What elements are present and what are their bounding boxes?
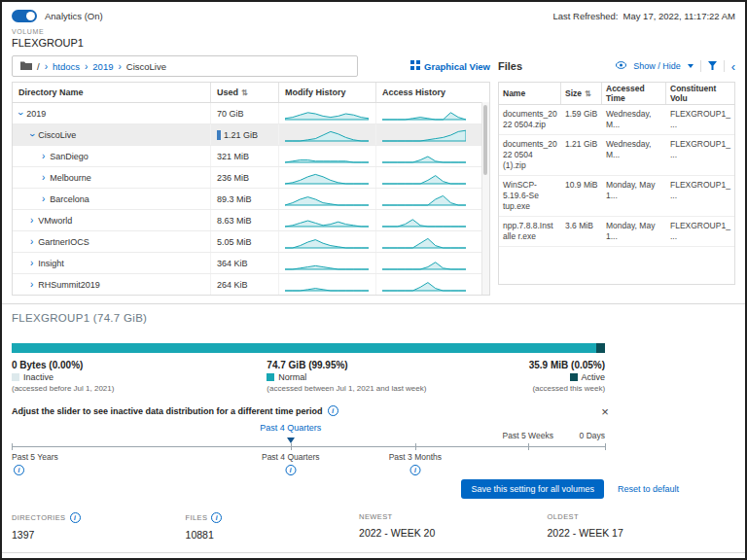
- slider-actions: Save this setting for all volumes Reset …: [12, 479, 735, 499]
- file-constituent-volume: FLEXGROUP1_...: [666, 135, 734, 175]
- graphical-view-label: Graphical View: [424, 61, 490, 72]
- directory-row[interactable]: › SanDiego 321 MiB: [13, 146, 489, 167]
- slider-tick-label: 0 Days: [580, 431, 605, 440]
- access-history-sparkline: [376, 274, 489, 295]
- directory-row[interactable]: › CiscoLive 1.21 GiB: [13, 124, 489, 146]
- page-title: FLEXGROUP1: [12, 37, 735, 49]
- inactive-value: 0 Bytes (0.00%): [12, 360, 114, 370]
- col-constituent-volume: Constituent Volu: [666, 83, 734, 104]
- files-title: Files: [498, 60, 522, 72]
- modify-history-sparkline: [279, 167, 376, 188]
- col-access-history: Access History: [376, 83, 489, 102]
- file-size: 3.6 MiB: [561, 217, 602, 246]
- file-accessed-time: Wednesday, M...: [602, 135, 666, 175]
- info-icon[interactable]: i: [14, 465, 24, 475]
- expand-chevron-icon[interactable]: ›: [42, 194, 45, 204]
- col-used-sort[interactable]: Used⇅: [211, 83, 279, 102]
- show-hide-button[interactable]: Show / Hide: [633, 61, 681, 71]
- directory-row[interactable]: › Insight 364 KiB: [13, 253, 489, 274]
- expand-chevron-icon[interactable]: ›: [30, 280, 33, 290]
- filter-icon[interactable]: [708, 61, 717, 72]
- file-row[interactable]: documents_2022 0504.zip 1.59 GiB Wednesd…: [499, 105, 734, 135]
- sort-icon: ⇅: [241, 88, 248, 97]
- activity-bar: [12, 343, 605, 353]
- slider-tick: [605, 443, 606, 450]
- expand-chevron-icon[interactable]: ›: [30, 216, 33, 226]
- expand-chevron-icon[interactable]: ›: [30, 237, 33, 247]
- active-value: 35.9 MiB (0.05%): [529, 360, 605, 370]
- save-settings-button[interactable]: Save this setting for all volumes: [461, 479, 604, 499]
- grid-view-icon: [410, 60, 420, 72]
- vertical-scrollbar[interactable]: [481, 102, 489, 295]
- stat-normal: 74.7 GiB (99.95%) Normal (accessed betwe…: [267, 360, 426, 393]
- info-icon[interactable]: i: [409, 465, 420, 475]
- info-icon[interactable]: i: [285, 465, 296, 475]
- directory-row[interactable]: › 2019 70 GiB: [13, 103, 489, 124]
- file-size: 1.21 GiB: [561, 135, 602, 175]
- bar-segment-active: [596, 343, 605, 353]
- scrollbar-thumb[interactable]: [483, 105, 487, 175]
- access-history-sparkline: [376, 210, 489, 230]
- info-icon[interactable]: i: [328, 405, 338, 416]
- breadcrumb-current: CiscoLive: [126, 61, 166, 72]
- normal-note: (accessed between Jul 1, 2021 and last w…: [267, 384, 426, 393]
- modify-history-sparkline: [279, 210, 376, 230]
- breadcrumb-link-2019[interactable]: 2019: [92, 61, 113, 72]
- normal-label: Normal: [278, 372, 306, 382]
- used-value: 236 MiB: [217, 173, 249, 183]
- files-table-body: documents_2022 0504.zip 1.59 GiB Wednesd…: [499, 105, 734, 247]
- directory-name: CiscoLive: [38, 130, 76, 140]
- directory-table-header: Directory Name Used⇅ Modify History Acce…: [13, 83, 489, 103]
- top-bar: Analytics (On) Last Refreshed: May 17, 2…: [12, 10, 735, 22]
- directory-row[interactable]: › Barcelona 89.3 MiB: [13, 189, 489, 210]
- modify-history-sparkline: [279, 274, 376, 295]
- col-file-name: Name: [499, 83, 561, 104]
- graphical-view-button[interactable]: Graphical View: [410, 60, 490, 72]
- info-icon[interactable]: i: [70, 512, 81, 523]
- last-refreshed-label: Last Refreshed:: [552, 11, 618, 21]
- directory-row[interactable]: › Melbourne 236 MiB: [13, 167, 489, 189]
- directory-row[interactable]: › GartnerIOCS 5.05 MiB: [13, 231, 489, 253]
- breadcrumb-root[interactable]: /: [37, 61, 40, 72]
- reset-to-default-link[interactable]: Reset to default: [618, 484, 679, 494]
- slider-tick-label: Past 5 Weeks: [503, 431, 553, 440]
- directory-name: Barcelona: [50, 194, 89, 204]
- file-row[interactable]: documents_2022 0504 (1).zip 1.21 GiB Wed…: [499, 135, 734, 176]
- expand-chevron-icon[interactable]: ›: [42, 173, 45, 183]
- file-row[interactable]: npp.7.8.8.Installe r.exe 3.6 MiB Monday,…: [499, 217, 734, 247]
- directory-table: Directory Name Used⇅ Modify History Acce…: [12, 82, 490, 296]
- access-history-sparkline: [376, 167, 489, 188]
- col-file-size-sort[interactable]: Size⇅: [561, 83, 602, 104]
- inactive-swatch: [12, 373, 19, 381]
- access-history-sparkline: [376, 253, 489, 273]
- directory-row[interactable]: › VMworld 8.63 MiB: [13, 210, 489, 231]
- activity-stats: 0 Bytes (0.00%) Inactive (accessed befor…: [12, 360, 605, 397]
- files-panel: Files Show / Hide ‹ Name: [498, 54, 735, 296]
- modify-history-sparkline: [279, 189, 376, 209]
- expand-chevron-icon[interactable]: ›: [27, 133, 37, 136]
- expand-chevron-icon[interactable]: ›: [30, 259, 33, 268]
- divider: [700, 60, 701, 72]
- bar-segment-normal: [12, 343, 596, 353]
- inactive-note: (accessed before Jul 1, 2021): [12, 384, 114, 393]
- modify-history-sparkline: [279, 253, 376, 273]
- summary-directories: DIRECTORIESi 1397: [12, 512, 186, 541]
- used-value: 89.3 MiB: [217, 194, 252, 204]
- col-accessed-time: Accessed Time: [602, 83, 666, 104]
- collapse-panel-icon[interactable]: ‹: [731, 60, 735, 73]
- access-history-sparkline: [376, 124, 489, 145]
- file-row[interactable]: WinSCP-5.19.6-Se tup.exe 10.9 MiB Monday…: [499, 176, 734, 217]
- slider-tick: [528, 443, 529, 450]
- info-icon[interactable]: i: [211, 512, 222, 523]
- directory-row[interactable]: › RHSummit2019 264 KiB: [13, 274, 489, 295]
- close-icon[interactable]: ×: [601, 405, 609, 418]
- main-area: / › htdocs › 2019 › CiscoLive Graphical …: [12, 54, 735, 296]
- summary-oldest: OLDEST 2022 - WEEK 17: [548, 512, 735, 541]
- breadcrumb-link-htdocs[interactable]: htdocs: [53, 61, 80, 72]
- modify-history-sparkline: [279, 124, 376, 145]
- slider-tick: [291, 443, 292, 450]
- analytics-toggle[interactable]: [12, 10, 37, 22]
- expand-chevron-icon[interactable]: ›: [42, 152, 45, 161]
- time-slider[interactable]: Past 4 Quarters Past 5 YearsiPast 4 Quar…: [12, 423, 605, 477]
- expand-chevron-icon[interactable]: ›: [16, 112, 25, 115]
